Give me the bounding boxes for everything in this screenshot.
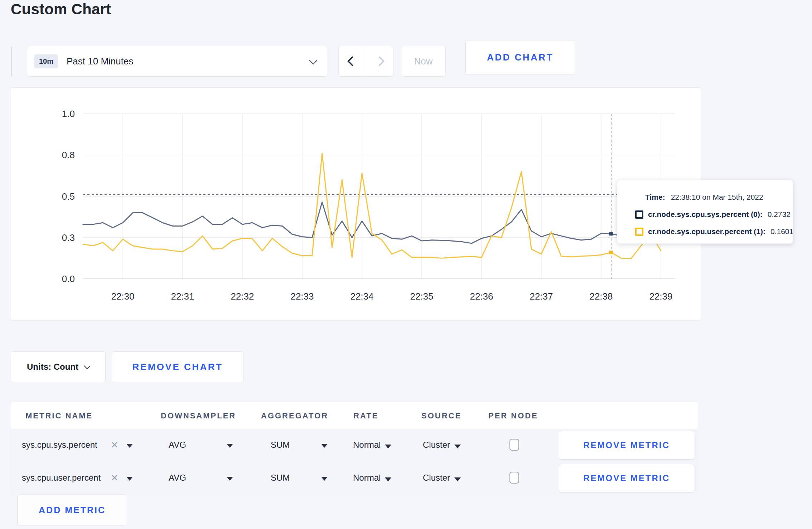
aggregator-value[interactable]: SUM [271, 440, 290, 450]
col-header-downsampler: DOWNSAMPLER [161, 411, 236, 421]
tooltip-time-value: 22:38:10 on Mar 15th, 2022 [671, 193, 763, 202]
downsampler-caret-icon[interactable] [227, 477, 233, 481]
time-range-select[interactable]: 10m Past 10 Minutes [27, 46, 328, 77]
sys-series-swatch-icon [635, 210, 643, 219]
svg-text:0.8: 0.8 [62, 150, 75, 160]
source-select[interactable]: Cluster [423, 440, 461, 450]
tooltip-series-value: 0.1601 [770, 227, 793, 236]
col-header-per-node: PER NODE [488, 411, 538, 421]
per-node-checkbox[interactable] [509, 472, 519, 484]
svg-text:22:33: 22:33 [290, 291, 314, 302]
rate-select[interactable]: Normal [353, 473, 391, 483]
metric-name-caret-icon[interactable] [126, 477, 133, 481]
chevron-down-icon [309, 57, 318, 65]
page-title: Custom Chart [11, 1, 111, 18]
col-header-metric-name: METRIC NAME [25, 411, 93, 421]
svg-text:22:31: 22:31 [171, 291, 194, 302]
tooltip-time-row: Time: 22:38:10 on Mar 15th, 2022 [635, 191, 793, 203]
downsampler-value[interactable]: AVG [169, 473, 186, 483]
svg-text:1.0: 1.0 [62, 108, 75, 119]
metric-name-value: sys.cpu.user.percent [22, 473, 101, 483]
units-select-label: Units: Count [27, 362, 78, 372]
svg-text:22:32: 22:32 [231, 291, 254, 302]
add-metric-button[interactable]: ADD METRIC [17, 495, 127, 525]
tooltip-series-label: cr.node.sys.cpu.sys.percent (0): [648, 210, 763, 219]
chevron-left-icon [347, 56, 357, 66]
tooltip-series-row: cr.node.sys.cpu.sys.percent (0): 0.2732 [635, 208, 793, 220]
chevron-down-icon [84, 363, 90, 369]
tooltip-time-label: Time: [645, 193, 665, 202]
source-select[interactable]: Cluster [423, 473, 461, 483]
svg-text:0.5: 0.5 [62, 191, 75, 202]
chart-card: 22:3022:3122:3222:3322:3422:3522:3622:37… [11, 87, 701, 321]
svg-text:0.3: 0.3 [62, 232, 75, 243]
svg-text:22:36: 22:36 [470, 291, 493, 302]
tooltip-series-value: 0.2732 [768, 210, 791, 219]
user-series-swatch-icon [635, 228, 643, 236]
svg-text:22:34: 22:34 [350, 291, 373, 302]
toolbar-divider [11, 47, 12, 76]
clear-metric-icon[interactable]: ✕ [111, 472, 119, 484]
tooltip-series-row: cr.node.sys.cpu.user.percent (1): 0.1601 [635, 225, 793, 238]
metric-name-value: sys.cpu.sys.percent [22, 440, 97, 450]
time-range-badge: 10m [34, 54, 58, 68]
svg-text:22:37: 22:37 [530, 291, 553, 302]
aggregator-caret-icon[interactable] [321, 477, 328, 481]
chevron-right-icon [374, 56, 385, 66]
metric-row: sys.cpu.sys.percent✕AVGSUMNormalClusterR… [11, 429, 698, 462]
time-range-label: Past 10 Minutes [67, 56, 133, 67]
col-header-aggregator: AGGREGATOR [261, 411, 328, 421]
metric-name-caret-icon[interactable] [126, 444, 133, 448]
aggregator-value[interactable]: SUM [271, 473, 290, 483]
now-button[interactable]: Now [401, 46, 446, 77]
remove-metric-button[interactable]: REMOVE METRIC [559, 464, 694, 492]
cpu-usage-chart[interactable]: 22:3022:3122:3222:3322:3422:3522:3622:37… [11, 88, 701, 321]
col-header-rate: RATE [353, 411, 378, 421]
svg-text:22:35: 22:35 [410, 291, 433, 302]
downsampler-value[interactable]: AVG [169, 440, 186, 450]
downsampler-caret-icon[interactable] [227, 444, 233, 448]
prev-time-button[interactable] [339, 46, 366, 76]
rate-select[interactable]: Normal [353, 440, 391, 450]
aggregator-caret-icon[interactable] [321, 444, 328, 448]
metrics-table: METRIC NAME DOWNSAMPLER AGGREGATOR RATE … [11, 402, 698, 495]
svg-text:22:39: 22:39 [649, 291, 672, 302]
chart-tooltip: Time: 22:38:10 on Mar 15th, 2022 cr.node… [617, 180, 793, 244]
remove-chart-button[interactable]: REMOVE CHART [112, 351, 243, 382]
metrics-table-body: sys.cpu.sys.percent✕AVGSUMNormalClusterR… [11, 429, 698, 495]
rate-caret-icon [385, 477, 391, 481]
next-time-button[interactable] [366, 46, 393, 76]
add-chart-button[interactable]: ADD CHART [465, 40, 575, 74]
source-caret-icon [454, 445, 461, 448]
remove-metric-button[interactable]: REMOVE METRIC [559, 431, 694, 460]
svg-text:0.0: 0.0 [62, 273, 75, 284]
source-caret-icon [454, 477, 461, 481]
metrics-table-header: METRIC NAME DOWNSAMPLER AGGREGATOR RATE … [11, 402, 698, 429]
rate-caret-icon [385, 445, 391, 448]
custom-chart-page: Custom Chart 10m Past 10 Minutes Now ADD… [0, 0, 812, 529]
clear-metric-icon[interactable]: ✕ [111, 440, 119, 451]
tooltip-series-label: cr.node.sys.cpu.user.percent (1): [648, 227, 765, 236]
per-node-checkbox[interactable] [509, 439, 519, 451]
col-header-source: SOURCE [421, 411, 461, 421]
metric-row: sys.cpu.user.percent✕AVGSUMNormalCluster… [11, 462, 698, 495]
svg-text:22:30: 22:30 [111, 291, 134, 302]
svg-text:22:38: 22:38 [589, 291, 613, 302]
units-select[interactable]: Units: Count [11, 351, 106, 382]
time-nav-group [338, 46, 393, 77]
